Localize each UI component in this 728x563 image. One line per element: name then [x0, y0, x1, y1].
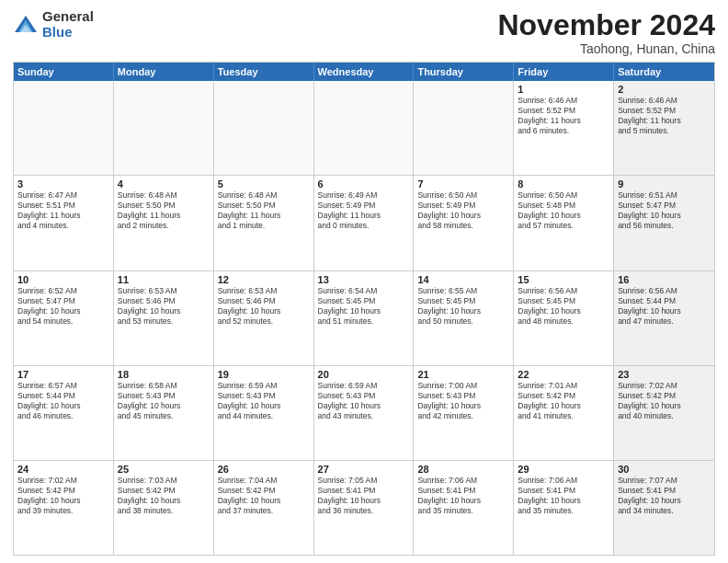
- day-info: Sunrise: 6:58 AM Sunset: 5:43 PM Dayligh…: [118, 381, 210, 421]
- day-info: Sunrise: 7:01 AM Sunset: 5:42 PM Dayligh…: [518, 381, 609, 421]
- day-number: 11: [118, 274, 210, 285]
- day-info: Sunrise: 7:04 AM Sunset: 5:42 PM Dayligh…: [218, 476, 310, 516]
- day-number: 21: [417, 369, 509, 380]
- calendar-cell: [414, 81, 514, 175]
- day-info: Sunrise: 7:06 AM Sunset: 5:41 PM Dayligh…: [417, 476, 509, 516]
- weekday-header: Monday: [114, 63, 214, 81]
- day-number: 24: [17, 464, 109, 475]
- location-subtitle: Taohong, Hunan, China: [497, 41, 715, 56]
- logo-icon: [13, 12, 39, 38]
- day-number: 7: [417, 178, 509, 190]
- day-info: Sunrise: 6:55 AM Sunset: 5:45 PM Dayligh…: [417, 286, 509, 327]
- day-number: 9: [618, 178, 711, 190]
- calendar-header: SundayMondayTuesdayWednesdayThursdayFrid…: [14, 63, 714, 81]
- calendar-cell: 25Sunrise: 7:03 AM Sunset: 5:42 PM Dayli…: [114, 461, 214, 555]
- logo: General Blue: [13, 9, 94, 40]
- calendar-cell: 3Sunrise: 6:47 AM Sunset: 5:51 PM Daylig…: [14, 176, 114, 270]
- day-info: Sunrise: 6:56 AM Sunset: 5:44 PM Dayligh…: [618, 286, 711, 327]
- calendar: SundayMondayTuesdayWednesdayThursdayFrid…: [13, 62, 715, 556]
- calendar-cell: 19Sunrise: 6:59 AM Sunset: 5:43 PM Dayli…: [214, 366, 314, 460]
- day-info: Sunrise: 6:52 AM Sunset: 5:47 PM Dayligh…: [17, 286, 109, 327]
- calendar-cell: 9Sunrise: 6:51 AM Sunset: 5:47 PM Daylig…: [614, 176, 714, 270]
- day-number: 29: [518, 464, 609, 475]
- calendar-cell: 4Sunrise: 6:48 AM Sunset: 5:50 PM Daylig…: [114, 176, 214, 270]
- day-number: 1: [518, 84, 609, 95]
- calendar-cell: 16Sunrise: 6:56 AM Sunset: 5:44 PM Dayli…: [614, 271, 714, 365]
- day-info: Sunrise: 6:53 AM Sunset: 5:46 PM Dayligh…: [218, 286, 310, 327]
- day-info: Sunrise: 6:47 AM Sunset: 5:51 PM Dayligh…: [17, 190, 109, 231]
- calendar-row: 1Sunrise: 6:46 AM Sunset: 5:52 PM Daylig…: [14, 81, 714, 175]
- calendar-cell: 18Sunrise: 6:58 AM Sunset: 5:43 PM Dayli…: [114, 366, 214, 460]
- calendar-cell: [314, 81, 415, 175]
- calendar-row: 17Sunrise: 6:57 AM Sunset: 5:44 PM Dayli…: [14, 365, 714, 460]
- day-number: 15: [518, 274, 609, 285]
- day-number: 17: [17, 369, 109, 380]
- calendar-cell: 28Sunrise: 7:06 AM Sunset: 5:41 PM Dayli…: [414, 461, 514, 555]
- day-number: 3: [17, 178, 109, 190]
- day-number: 23: [618, 369, 711, 380]
- day-info: Sunrise: 7:02 AM Sunset: 5:42 PM Dayligh…: [618, 381, 711, 421]
- day-info: Sunrise: 6:46 AM Sunset: 5:52 PM Dayligh…: [618, 96, 711, 136]
- weekday-header: Sunday: [14, 63, 114, 81]
- day-number: 20: [318, 369, 410, 380]
- day-info: Sunrise: 6:59 AM Sunset: 5:43 PM Dayligh…: [318, 381, 410, 421]
- day-info: Sunrise: 6:48 AM Sunset: 5:50 PM Dayligh…: [118, 190, 210, 231]
- logo-text: General Blue: [42, 9, 94, 40]
- day-number: 18: [118, 369, 210, 380]
- day-number: 8: [518, 178, 609, 190]
- day-number: 5: [218, 178, 310, 190]
- calendar-cell: [14, 81, 114, 175]
- calendar-cell: 13Sunrise: 6:54 AM Sunset: 5:45 PM Dayli…: [314, 271, 415, 365]
- day-number: 10: [17, 274, 109, 285]
- calendar-cell: 8Sunrise: 6:50 AM Sunset: 5:48 PM Daylig…: [514, 176, 614, 270]
- calendar-cell: 10Sunrise: 6:52 AM Sunset: 5:47 PM Dayli…: [14, 271, 114, 365]
- day-number: 16: [618, 274, 711, 285]
- day-info: Sunrise: 7:05 AM Sunset: 5:41 PM Dayligh…: [318, 476, 410, 516]
- calendar-cell: 23Sunrise: 7:02 AM Sunset: 5:42 PM Dayli…: [614, 366, 714, 460]
- day-info: Sunrise: 6:48 AM Sunset: 5:50 PM Dayligh…: [218, 190, 310, 231]
- day-number: 30: [618, 464, 711, 475]
- calendar-cell: 7Sunrise: 6:50 AM Sunset: 5:49 PM Daylig…: [414, 176, 514, 270]
- day-number: 25: [118, 464, 210, 475]
- calendar-cell: 30Sunrise: 7:07 AM Sunset: 5:41 PM Dayli…: [614, 461, 714, 555]
- day-number: 28: [417, 464, 509, 475]
- weekday-header: Wednesday: [314, 63, 415, 81]
- calendar-cell: 26Sunrise: 7:04 AM Sunset: 5:42 PM Dayli…: [214, 461, 314, 555]
- weekday-header: Thursday: [414, 63, 514, 81]
- calendar-cell: 29Sunrise: 7:06 AM Sunset: 5:41 PM Dayli…: [514, 461, 614, 555]
- calendar-cell: 24Sunrise: 7:02 AM Sunset: 5:42 PM Dayli…: [14, 461, 114, 555]
- day-info: Sunrise: 7:06 AM Sunset: 5:41 PM Dayligh…: [518, 476, 609, 516]
- weekday-header: Tuesday: [214, 63, 314, 81]
- logo-blue: Blue: [42, 25, 94, 40]
- day-number: 22: [518, 369, 609, 380]
- day-info: Sunrise: 6:50 AM Sunset: 5:49 PM Dayligh…: [417, 190, 509, 231]
- calendar-row: 24Sunrise: 7:02 AM Sunset: 5:42 PM Dayli…: [14, 460, 714, 555]
- day-number: 19: [218, 369, 310, 380]
- page: General Blue November 2024 Taohong, Huna…: [0, 0, 728, 563]
- day-info: Sunrise: 7:02 AM Sunset: 5:42 PM Dayligh…: [17, 476, 109, 516]
- day-info: Sunrise: 7:00 AM Sunset: 5:43 PM Dayligh…: [417, 381, 509, 421]
- calendar-cell: 22Sunrise: 7:01 AM Sunset: 5:42 PM Dayli…: [514, 366, 614, 460]
- day-number: 26: [218, 464, 310, 475]
- calendar-cell: 5Sunrise: 6:48 AM Sunset: 5:50 PM Daylig…: [214, 176, 314, 270]
- calendar-cell: 6Sunrise: 6:49 AM Sunset: 5:49 PM Daylig…: [314, 176, 415, 270]
- day-info: Sunrise: 6:59 AM Sunset: 5:43 PM Dayligh…: [218, 381, 310, 421]
- day-info: Sunrise: 6:56 AM Sunset: 5:45 PM Dayligh…: [518, 286, 609, 327]
- calendar-row: 10Sunrise: 6:52 AM Sunset: 5:47 PM Dayli…: [14, 270, 714, 365]
- day-info: Sunrise: 7:07 AM Sunset: 5:41 PM Dayligh…: [618, 476, 711, 516]
- month-title: November 2024: [497, 9, 715, 41]
- day-info: Sunrise: 6:46 AM Sunset: 5:52 PM Dayligh…: [518, 96, 609, 136]
- day-info: Sunrise: 6:49 AM Sunset: 5:49 PM Dayligh…: [318, 190, 410, 231]
- calendar-cell: 14Sunrise: 6:55 AM Sunset: 5:45 PM Dayli…: [414, 271, 514, 365]
- day-info: Sunrise: 6:51 AM Sunset: 5:47 PM Dayligh…: [618, 190, 711, 231]
- calendar-cell: 15Sunrise: 6:56 AM Sunset: 5:45 PM Dayli…: [514, 271, 614, 365]
- calendar-cell: 1Sunrise: 6:46 AM Sunset: 5:52 PM Daylig…: [514, 81, 614, 175]
- day-number: 6: [318, 178, 410, 190]
- weekday-header: Saturday: [614, 63, 714, 81]
- calendar-cell: 12Sunrise: 6:53 AM Sunset: 5:46 PM Dayli…: [214, 271, 314, 365]
- day-number: 14: [417, 274, 509, 285]
- title-block: November 2024 Taohong, Hunan, China: [497, 9, 715, 56]
- calendar-cell: 20Sunrise: 6:59 AM Sunset: 5:43 PM Dayli…: [314, 366, 415, 460]
- day-info: Sunrise: 6:57 AM Sunset: 5:44 PM Dayligh…: [17, 381, 109, 421]
- day-number: 4: [118, 178, 210, 190]
